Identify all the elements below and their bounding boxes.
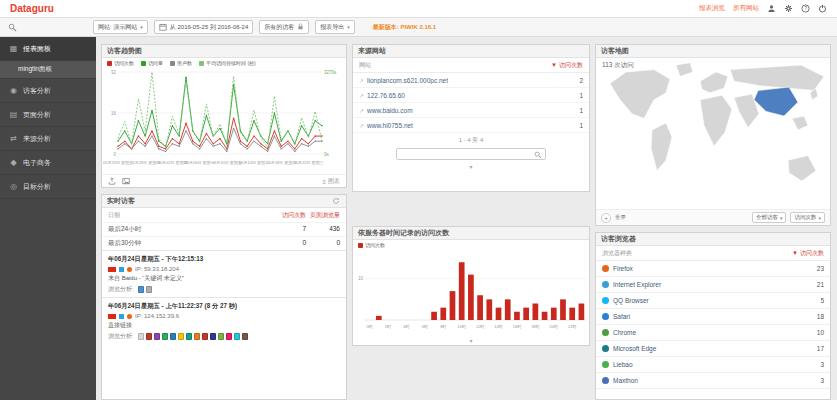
sidebar-item-pages[interactable]: ▤页面分析 [0, 103, 96, 127]
visit-log: 年06月24日星期五 - 下午12:15:13IP: 59.33.18.204来… [102, 250, 346, 344]
sidebar-item-visitors[interactable]: ◉访客分析 [0, 79, 96, 103]
browser-visits: 18 [817, 313, 824, 320]
page-action-icon[interactable] [162, 333, 168, 340]
map-metric-select[interactable]: 访问次数▾ [790, 212, 825, 223]
referrer-row[interactable]: ↗lionplancom.s621.000pc.net2 [353, 73, 589, 88]
legend-item[interactable]: 平均访问持续时间 (秒) [199, 60, 256, 66]
signout-icon[interactable] [818, 4, 827, 13]
site-selector[interactable]: 网站: 演示网站 ▾ [93, 20, 148, 34]
page-action-icon[interactable] [234, 333, 240, 340]
link-all-sites[interactable]: 所有网站 [733, 4, 759, 13]
page-action-icon[interactable] [202, 333, 208, 340]
date-range-selector[interactable]: 从 2016-05-25 到 2016-06-24 [154, 20, 253, 34]
page-action-icon[interactable] [226, 333, 232, 340]
browser-visits: 3 [820, 377, 824, 384]
widget-header: 实时访客 [102, 195, 346, 208]
legend-item[interactable]: 用户数 [170, 60, 192, 66]
sidebar-item-ecommerce[interactable]: ◆电子商务 [0, 151, 96, 175]
image-export-icon[interactable] [122, 177, 131, 186]
ecommerce-icon: ◆ [9, 158, 18, 167]
version-update-link[interactable]: 最新版本: PIWIK 2.16.1 [373, 23, 436, 32]
referrer-site[interactable]: lionplancom.s621.000pc.net [367, 77, 579, 84]
widget-header: 来源网站 [353, 45, 589, 58]
page-action-icon[interactable] [210, 333, 216, 340]
svg-text:05月25日 星期三: 05月25日 星期三 [103, 160, 133, 165]
page-action-icon[interactable] [138, 286, 144, 293]
svg-text:6时: 6时 [422, 324, 428, 329]
page-action-icon[interactable] [178, 333, 184, 340]
page-action-icon[interactable] [170, 333, 176, 340]
realtime-visitors-widget: 实时访客 日期 访问次数 页面浏览量 最后24小时7436最后30分钟00 年0… [101, 194, 347, 400]
chart-type-toggle[interactable]: ≡图表 [322, 177, 340, 186]
referrer-row[interactable]: ↗www.baidu.com1 [353, 103, 589, 118]
segment-selector[interactable]: 所有的访客 [259, 20, 309, 34]
browser-logo-icon [602, 313, 609, 320]
legend-item[interactable]: 访问次数 [358, 242, 385, 248]
map-segment-label: 全部访客 [756, 214, 778, 221]
server-time-chart[interactable]: 100时2时4时6时8时10时12时14时16时18时20时22时 [353, 250, 589, 332]
link-report-view[interactable]: 报表浏览 [699, 4, 725, 13]
referrer-row[interactable]: ↗www.hi0755.net1 [353, 118, 589, 133]
page-action-icon[interactable] [146, 333, 152, 340]
sidebar-item-dashboard[interactable]: ▦报表面板 [0, 37, 96, 61]
sort-by-visits[interactable]: ▼访问次数 [551, 61, 583, 70]
page-action-icon[interactable] [154, 333, 160, 340]
referrer-site[interactable]: www.baidu.com [367, 107, 579, 114]
referrer-site[interactable]: www.hi0755.net [367, 122, 579, 129]
page-action-icon[interactable] [138, 333, 144, 340]
page-action-icon[interactable] [146, 286, 152, 293]
browser-rows: Firefox23Internet Explorer21QQ Browser5S… [596, 261, 830, 389]
referrer-visits: 1 [579, 92, 583, 99]
pagination[interactable]: 1 - 4 至 4 [353, 133, 589, 146]
sidebar-item-referrers[interactable]: ⇄来源分析 [0, 127, 96, 151]
sort-desc-icon: ▼ [792, 250, 798, 256]
zoom-out-button[interactable]: + [601, 213, 611, 223]
chevron-down-icon: ▾ [780, 215, 783, 221]
search-icon[interactable] [8, 23, 17, 32]
svg-text:18时: 18时 [531, 324, 539, 329]
col-visits: 访问次数 [272, 211, 306, 220]
map-region-china[interactable] [754, 87, 798, 116]
export-selector[interactable]: 报表导出 ▾ [315, 20, 355, 34]
referrer-site[interactable]: 122.76.65.60 [367, 92, 579, 99]
expand-widget-caret[interactable]: ▾ [353, 162, 589, 171]
world-view-label[interactable]: 世界 [615, 214, 626, 221]
trend-footer: ≡图表 [102, 174, 346, 188]
page-action-icon[interactable] [194, 333, 200, 340]
svg-text:10时: 10时 [457, 324, 465, 329]
legend-label: 平均访问持续时间 (秒) [206, 60, 256, 66]
legend-item[interactable]: 访问量 [141, 60, 163, 66]
user-icon[interactable] [767, 4, 776, 13]
referrers-icon: ⇄ [9, 134, 18, 143]
widget-title: 访客地图 [601, 46, 629, 56]
expand-widget-caret[interactable]: ▾ [353, 336, 589, 345]
sort-label: 访问次数 [800, 249, 824, 258]
legend-item[interactable]: 访问次数 [107, 60, 134, 66]
sort-by-visits[interactable]: ▼访问次数 [792, 249, 824, 258]
referrer-visits: 1 [579, 122, 583, 129]
page-action-icon[interactable] [186, 333, 192, 340]
referrer-rows: ↗lionplancom.s621.000pc.net2↗122.76.65.6… [353, 73, 589, 133]
page-action-icon[interactable] [218, 333, 224, 340]
referrer-row[interactable]: ↗122.76.65.601 [353, 88, 589, 103]
world-map[interactable] [596, 58, 830, 209]
map-segment-select[interactable]: 全部访客▾ [752, 212, 787, 223]
legend-label: 访问量 [148, 60, 163, 66]
sidebar-item-mingtin-dashboard[interactable]: mingtin面板 [0, 61, 96, 79]
segment-label: 所有的访客 [264, 23, 294, 32]
legend-swatch [199, 61, 204, 66]
help-icon[interactable]: ? [801, 4, 810, 13]
browser-visits: 10 [817, 329, 824, 336]
gear-icon[interactable] [784, 4, 793, 13]
visitor-trend-chart[interactable]: 016320s3270s05月25日 星期三05月29日 星期日06月02日 星… [102, 68, 346, 170]
legend-swatch [358, 243, 363, 248]
actions-label: 浏览分析: [108, 285, 134, 294]
page-action-icon[interactable] [242, 333, 248, 340]
windows-icon [119, 267, 124, 272]
refresh-icon[interactable] [332, 197, 341, 206]
table-search-input[interactable] [400, 149, 534, 159]
search-icon[interactable] [534, 145, 542, 163]
export-icon[interactable] [108, 177, 117, 186]
svg-text:0: 0 [113, 152, 116, 157]
sidebar-item-goals[interactable]: ◎目标分析 [0, 175, 96, 199]
